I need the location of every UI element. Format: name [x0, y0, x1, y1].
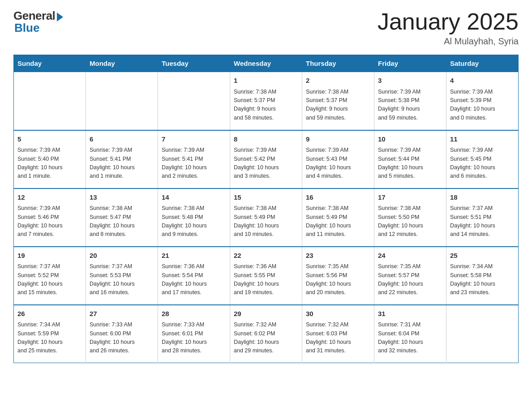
calendar-table: SundayMondayTuesdayWednesdayThursdayFrid… [13, 55, 519, 363]
day-number: 2 [306, 76, 370, 86]
day-info: Sunrise: 7:37 AMSunset: 5:52 PMDaylight:… [17, 262, 82, 297]
day-info: Sunrise: 7:38 AMSunset: 5:47 PMDaylight:… [90, 204, 154, 239]
day-info: Sunrise: 7:32 AMSunset: 6:02 PMDaylight:… [234, 321, 298, 355]
day-info: Sunrise: 7:39 AMSunset: 5:38 PMDaylight:… [378, 88, 442, 123]
header-col-thursday: Thursday [302, 55, 374, 72]
day-cell-4-4: 30Sunrise: 7:32 AMSunset: 6:03 PMDayligh… [302, 305, 374, 363]
day-number: 21 [162, 251, 226, 261]
day-number: 25 [450, 251, 515, 261]
day-info: Sunrise: 7:38 AMSunset: 5:50 PMDaylight:… [378, 204, 442, 239]
day-cell-0-4: 2Sunrise: 7:38 AMSunset: 5:37 PMDaylight… [302, 72, 374, 130]
day-cell-0-6: 4Sunrise: 7:39 AMSunset: 5:39 PMDaylight… [446, 72, 519, 130]
day-info: Sunrise: 7:39 AMSunset: 5:41 PMDaylight:… [162, 146, 226, 181]
day-cell-1-3: 8Sunrise: 7:39 AMSunset: 5:42 PMDaylight… [230, 130, 302, 188]
day-number: 29 [234, 309, 298, 319]
day-number: 8 [234, 134, 298, 145]
day-cell-3-0: 19Sunrise: 7:37 AMSunset: 5:52 PMDayligh… [14, 247, 86, 305]
day-cell-1-0: 5Sunrise: 7:39 AMSunset: 5:40 PMDaylight… [14, 130, 86, 188]
header-col-tuesday: Tuesday [158, 55, 230, 72]
day-cell-4-5: 31Sunrise: 7:31 AMSunset: 6:04 PMDayligh… [374, 305, 446, 363]
day-cell-2-6: 18Sunrise: 7:37 AMSunset: 5:51 PMDayligh… [446, 188, 519, 247]
day-number: 28 [162, 309, 226, 319]
day-info: Sunrise: 7:38 AMSunset: 5:49 PMDaylight:… [234, 204, 298, 239]
header-col-monday: Monday [86, 55, 158, 72]
header-col-saturday: Saturday [446, 55, 519, 72]
day-info: Sunrise: 7:38 AMSunset: 5:37 PMDaylight:… [306, 88, 370, 123]
calendar-title: January 2025 [378, 9, 519, 34]
day-cell-3-4: 23Sunrise: 7:35 AMSunset: 5:56 PMDayligh… [302, 247, 374, 305]
header-col-sunday: Sunday [14, 55, 86, 72]
day-cell-4-2: 28Sunrise: 7:33 AMSunset: 6:01 PMDayligh… [158, 305, 230, 363]
logo-arrow-icon [57, 13, 63, 21]
day-number: 22 [234, 251, 298, 261]
day-cell-4-0: 26Sunrise: 7:34 AMSunset: 5:59 PMDayligh… [14, 305, 86, 363]
calendar-header-row: SundayMondayTuesdayWednesdayThursdayFrid… [14, 55, 519, 72]
week-row-4: 19Sunrise: 7:37 AMSunset: 5:52 PMDayligh… [14, 247, 519, 305]
day-number: 1 [234, 76, 298, 86]
day-cell-2-0: 12Sunrise: 7:39 AMSunset: 5:46 PMDayligh… [14, 188, 86, 247]
day-cell-3-3: 22Sunrise: 7:36 AMSunset: 5:55 PMDayligh… [230, 247, 302, 305]
day-info: Sunrise: 7:39 AMSunset: 5:42 PMDaylight:… [234, 146, 298, 181]
day-cell-4-3: 29Sunrise: 7:32 AMSunset: 6:02 PMDayligh… [230, 305, 302, 363]
day-cell-0-2 [158, 72, 230, 130]
day-cell-3-2: 21Sunrise: 7:36 AMSunset: 5:54 PMDayligh… [158, 247, 230, 305]
day-info: Sunrise: 7:38 AMSunset: 5:49 PMDaylight:… [306, 204, 370, 239]
logo: General Blue [13, 9, 63, 35]
day-cell-0-3: 1Sunrise: 7:38 AMSunset: 5:37 PMDaylight… [230, 72, 302, 130]
day-cell-2-3: 15Sunrise: 7:38 AMSunset: 5:49 PMDayligh… [230, 188, 302, 247]
day-number: 24 [378, 251, 442, 261]
day-cell-1-4: 9Sunrise: 7:39 AMSunset: 5:43 PMDaylight… [302, 130, 374, 188]
day-cell-3-1: 20Sunrise: 7:37 AMSunset: 5:53 PMDayligh… [86, 247, 158, 305]
day-info: Sunrise: 7:39 AMSunset: 5:44 PMDaylight:… [378, 146, 442, 181]
day-info: Sunrise: 7:33 AMSunset: 6:00 PMDaylight:… [90, 321, 154, 355]
day-number: 16 [306, 193, 370, 203]
day-number: 13 [90, 193, 154, 203]
logo-blue-text: Blue [13, 21, 39, 35]
day-info: Sunrise: 7:37 AMSunset: 5:51 PMDaylight:… [450, 204, 515, 239]
day-number: 18 [450, 193, 515, 203]
day-number: 12 [17, 193, 82, 203]
week-row-1: 1Sunrise: 7:38 AMSunset: 5:37 PMDaylight… [14, 72, 519, 130]
day-info: Sunrise: 7:39 AMSunset: 5:41 PMDaylight:… [90, 146, 154, 181]
day-number: 3 [378, 76, 442, 86]
day-info: Sunrise: 7:38 AMSunset: 5:37 PMDaylight:… [234, 88, 298, 123]
day-cell-1-1: 6Sunrise: 7:39 AMSunset: 5:41 PMDaylight… [86, 130, 158, 188]
day-number: 5 [17, 134, 82, 145]
day-number: 17 [378, 193, 442, 203]
day-info: Sunrise: 7:32 AMSunset: 6:03 PMDaylight:… [306, 321, 370, 355]
calendar-subtitle: Al Mulayhah, Syria [378, 36, 519, 47]
day-info: Sunrise: 7:34 AMSunset: 5:59 PMDaylight:… [17, 321, 82, 355]
day-number: 23 [306, 251, 370, 261]
day-number: 27 [90, 309, 154, 319]
day-number: 20 [90, 251, 154, 261]
day-number: 30 [306, 309, 370, 319]
day-info: Sunrise: 7:39 AMSunset: 5:40 PMDaylight:… [17, 146, 82, 181]
day-cell-1-5: 10Sunrise: 7:39 AMSunset: 5:44 PMDayligh… [374, 130, 446, 188]
day-cell-4-6 [446, 305, 519, 363]
day-info: Sunrise: 7:33 AMSunset: 6:01 PMDaylight:… [162, 321, 226, 355]
day-info: Sunrise: 7:36 AMSunset: 5:55 PMDaylight:… [234, 262, 298, 297]
day-info: Sunrise: 7:39 AMSunset: 5:45 PMDaylight:… [450, 146, 515, 181]
day-info: Sunrise: 7:35 AMSunset: 5:56 PMDaylight:… [306, 262, 370, 297]
day-cell-0-0 [14, 72, 86, 130]
day-cell-2-2: 14Sunrise: 7:38 AMSunset: 5:48 PMDayligh… [158, 188, 230, 247]
day-number: 7 [162, 134, 226, 145]
title-area: January 2025 Al Mulayhah, Syria [378, 9, 519, 47]
day-cell-2-1: 13Sunrise: 7:38 AMSunset: 5:47 PMDayligh… [86, 188, 158, 247]
day-info: Sunrise: 7:36 AMSunset: 5:54 PMDaylight:… [162, 262, 226, 297]
day-number: 15 [234, 193, 298, 203]
day-info: Sunrise: 7:35 AMSunset: 5:57 PMDaylight:… [378, 262, 442, 297]
day-cell-2-5: 17Sunrise: 7:38 AMSunset: 5:50 PMDayligh… [374, 188, 446, 247]
week-row-3: 12Sunrise: 7:39 AMSunset: 5:46 PMDayligh… [14, 188, 519, 247]
day-number: 6 [90, 134, 154, 145]
day-cell-3-6: 25Sunrise: 7:34 AMSunset: 5:58 PMDayligh… [446, 247, 519, 305]
day-info: Sunrise: 7:31 AMSunset: 6:04 PMDaylight:… [378, 321, 442, 355]
day-cell-0-1 [86, 72, 158, 130]
day-info: Sunrise: 7:38 AMSunset: 5:48 PMDaylight:… [162, 204, 226, 239]
day-info: Sunrise: 7:39 AMSunset: 5:43 PMDaylight:… [306, 146, 370, 181]
week-row-5: 26Sunrise: 7:34 AMSunset: 5:59 PMDayligh… [14, 305, 519, 363]
header-col-wednesday: Wednesday [230, 55, 302, 72]
day-number: 9 [306, 134, 370, 145]
day-number: 14 [162, 193, 226, 203]
header-col-friday: Friday [374, 55, 446, 72]
